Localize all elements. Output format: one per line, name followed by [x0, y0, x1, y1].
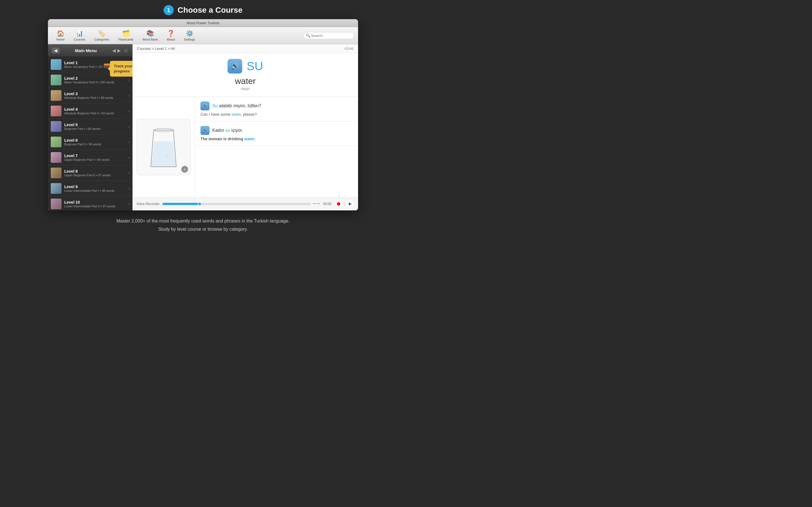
arrow-icon: › — [128, 186, 130, 191]
level-info: Level 7 Upper Beginner Part I • 90 words — [64, 154, 128, 161]
toolbar-flashcards[interactable]: 🗂️ Flashcards — [114, 29, 138, 42]
level-info: Level 5 Beginner Part I • 96 words — [64, 122, 128, 130]
toolbar-about-label: About — [167, 38, 175, 41]
sidebar: ◀ Main Menu ◀ ▶ ☆ Level 1 Basic Vocabula… — [48, 44, 133, 210]
recorder-bar-wrap: 〜〜 — [162, 202, 320, 207]
back-button[interactable]: ◀ — [52, 48, 59, 53]
level-name: Level 2 — [64, 76, 128, 80]
word-display: 🔊 SU water noun — [133, 53, 358, 97]
level-thumbnail — [51, 106, 61, 116]
word-turkish: SU — [247, 59, 263, 73]
level-name: Level 5 — [64, 122, 128, 127]
top-header: 1 Choose a Course — [0, 0, 406, 19]
level-desc: Basic Vocabulary Part II • 100 words — [64, 80, 128, 84]
glass-svg — [147, 124, 181, 170]
voice-recorder: Voice Recorder 〜〜 00:00 — [133, 197, 358, 210]
categories-icon: 🏷️ — [98, 30, 105, 37]
list-item[interactable]: Level 9 Lower Intermediate Part I • 98 w… — [48, 181, 133, 196]
sentence-sound-button[interactable]: 🔊 — [200, 101, 209, 110]
sidebar-title: Main Menu — [62, 48, 109, 53]
sentence-english: Can I have some water, please? — [200, 112, 352, 117]
main-content: ◀ Main Menu ◀ ▶ ☆ Level 1 Basic Vocabula… — [48, 44, 358, 210]
level-thumbnail — [51, 59, 61, 70]
right-panel: Courses > Level 1 > All 42/46 🔊 SU water… — [133, 44, 358, 210]
play-button[interactable] — [346, 200, 354, 208]
level-name: Level 6 — [64, 138, 128, 143]
star-button[interactable]: ☆ — [123, 47, 129, 54]
toolbar-courses-label: Courses — [73, 38, 85, 41]
sidebar-list: Level 1 Basic Vocabulary Part I • 87 wor… — [48, 57, 133, 210]
toolbar-home[interactable]: 🏠 Home — [52, 29, 69, 42]
recorder-time: 00:00 — [323, 202, 332, 206]
arrow-icon: › — [128, 155, 130, 160]
breadcrumb-bar: Courses > Level 1 > All 42/46 — [133, 44, 358, 53]
toolbar-flashcards-label: Flashcards — [118, 38, 134, 41]
sentence-highlight: su — [225, 128, 230, 133]
sentence-item: 🔊 Su alabilir miyim, lütfen? Can I have … — [195, 97, 358, 121]
level-thumbnail — [51, 199, 61, 209]
about-icon: ❓ — [167, 30, 174, 37]
flashcards-icon: 🗂️ — [122, 30, 130, 37]
prev-button[interactable]: ◀ — [112, 48, 116, 53]
level-info: Level 2 Basic Vocabulary Part II • 100 w… — [64, 76, 128, 84]
arrow-icon: › — [128, 140, 130, 144]
sentence-highlight: Su — [212, 103, 218, 108]
toolbar-categories[interactable]: 🏷️ Categories — [90, 29, 114, 42]
search-input[interactable] — [303, 32, 354, 39]
level-thumbnail — [51, 152, 61, 163]
word-sound-button[interactable]: 🔊 — [227, 59, 242, 73]
list-item[interactable]: Level 6 Beginner Part II • 99 words › — [48, 134, 133, 150]
toolbar-settings[interactable]: ⚙️ Settings — [179, 29, 200, 42]
wave-icon: 〜〜 — [312, 202, 320, 207]
list-item[interactable]: Level 4 Absolute Beginner Part II • 82 w… — [48, 103, 133, 119]
sidebar-nav: ◀ ▶ — [112, 48, 121, 53]
level-desc: Beginner Part I • 96 words — [64, 127, 128, 130]
level-info: Level 3 Absolute Beginner Part I • 89 wo… — [64, 92, 128, 100]
list-item[interactable]: Level 7 Upper Beginner Part I • 90 words… — [48, 150, 133, 165]
list-item[interactable]: Level 3 Absolute Beginner Part I • 89 wo… — [48, 88, 133, 103]
play-icon — [349, 202, 352, 206]
list-item[interactable]: Level 10 Lower Intermediate Part II • 97… — [48, 196, 133, 210]
level-desc: Absolute Beginner Part I • 89 words — [64, 96, 128, 100]
title-bar: Word Power Turkish — [48, 19, 358, 27]
level-name: Level 7 — [64, 154, 128, 158]
word-header: 🔊 SU — [227, 59, 263, 73]
bottom-section: + 🔊 Su alabilir miyim, lütfen? — [133, 97, 358, 197]
zoom-button[interactable]: + — [181, 166, 188, 173]
page-title: Choose a Course — [177, 6, 243, 15]
level-thumbnail — [51, 136, 61, 147]
sentences-panel: 🔊 Su alabilir miyim, lütfen? Can I have … — [195, 97, 358, 197]
word-image: + — [137, 119, 191, 175]
step-badge: 1 — [163, 5, 174, 15]
arrow-icon: › — [128, 171, 130, 175]
sentence-top: 🔊 Kadın su içiyor. — [200, 126, 352, 135]
list-item[interactable]: Level 5 Beginner Part I • 96 words › — [48, 119, 133, 134]
toolbar-home-label: Home — [56, 38, 64, 41]
record-button[interactable] — [335, 200, 343, 208]
next-button[interactable]: ▶ — [117, 48, 121, 53]
level-info: Level 6 Beginner Part II • 99 words — [64, 138, 128, 146]
home-icon: 🏠 — [57, 30, 64, 37]
speaker-icon: 🔊 — [203, 128, 207, 133]
svg-point-1 — [166, 155, 168, 156]
level-desc: Beginner Part II • 99 words — [64, 143, 128, 146]
toolbar-wordbank[interactable]: 📚 Word Bank — [138, 29, 162, 42]
list-item[interactable]: Level 1 Basic Vocabulary Part I • 87 wor… — [48, 57, 133, 72]
page-count: 42/46 — [344, 47, 354, 51]
toolbar-about[interactable]: ❓ About — [162, 29, 180, 42]
arrow-icon: › — [128, 109, 130, 113]
sentence-item: 🔊 Kadın su içiyor. The woman is drinking… — [195, 121, 358, 146]
level-thumbnail — [51, 121, 61, 132]
footer: Master 2,000+ of the most frequently use… — [111, 210, 295, 238]
list-item[interactable]: Level 8 Upper Beginner Part II • 97 word… — [48, 165, 133, 181]
level-name: Level 8 — [64, 169, 128, 173]
toolbar-courses[interactable]: 📊 Courses — [69, 29, 90, 42]
level-desc: Lower Intermediate Part II • 97 words — [64, 205, 128, 208]
arrow-icon: › — [128, 202, 130, 206]
recorder-progress[interactable] — [162, 203, 311, 205]
sentence-sound-button[interactable]: 🔊 — [200, 126, 209, 135]
search-wrap: 🔍 — [303, 32, 354, 39]
level-thumbnail — [51, 90, 61, 101]
recorder-thumb — [198, 203, 202, 205]
sidebar-header: ◀ Main Menu ◀ ▶ ☆ — [48, 44, 133, 57]
